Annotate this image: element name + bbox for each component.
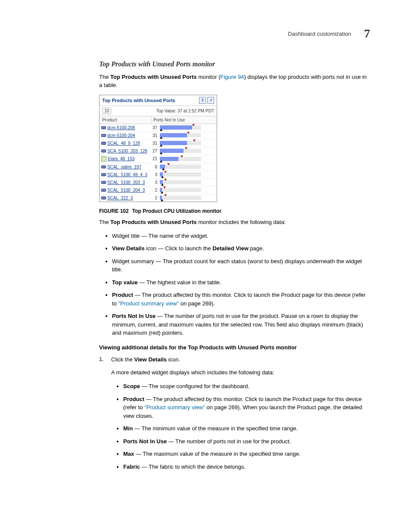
product-link[interactable]: dcm-5100-204 [107,133,135,138]
running-header: Dashboard customization 7 [288,27,370,40]
bar-cell [160,141,215,145]
top-products-widget: Top Products with Unused Ports ⇕ ↗ 10 To… [99,95,217,202]
widget-title: Top Products with Unused Ports [102,98,175,103]
list-item: Product — The product affected by this m… [123,395,370,420]
list-item: Ports Not In Use — The number of ports n… [112,312,370,337]
ports-value: 6 [149,165,157,169]
list-item: Max — The maximum value of the measure i… [123,450,370,458]
viewing-additional-details-heading: Viewing additional details for the Top P… [99,344,370,351]
header-text: Dashboard customization [288,31,351,37]
step-1-detail: A more detailed widget displays which in… [111,369,370,377]
product-link[interactable]: SCAL_5100_204_3 [107,188,145,193]
max-pointer-icon [193,140,196,142]
figure-caption: FIGURE 102Top Product CPU Utilization mo… [99,208,370,214]
ports-value: 2 [149,188,157,193]
ports-value: 3 [149,172,157,177]
product-cell: SCAL_48_9_128 [101,141,149,146]
list-item: Min — The minimum value of the measure i… [123,424,370,433]
ports-value: 31 [149,141,157,146]
view-details-icon[interactable]: ↗ [207,97,214,104]
switch-icon [101,134,106,137]
table-row[interactable]: SCAL_5100_204_32 [100,187,217,194]
figure-102: Top Products with Unused Ports ⇕ ↗ 10 To… [99,95,370,214]
col-header-product[interactable]: Product [100,116,152,124]
switch-icon [101,189,106,192]
ports-value: 21 [149,156,157,161]
product-summary-link-2[interactable]: "Product summary view" [144,404,205,411]
product-link[interactable]: SCAL_5100_203_3 [107,180,145,185]
switch-icon [101,173,106,176]
widget-collapse-icon[interactable]: ⇕ [199,97,206,104]
figure-label: FIGURE 102 [99,208,129,214]
min-pointer-icon [160,160,162,162]
list-item: Product — The product affected by this m… [112,291,370,308]
product-link[interactable]: SCAL_222_3 [107,196,133,200]
bar-cell [160,172,215,177]
table-row[interactable]: dcm-5100-20637 [100,124,217,132]
ports-value: 37 [149,125,157,130]
product-cell: SCAL_sabre_197 [101,165,149,169]
switch-icon [101,126,106,129]
bar-cell [160,165,215,169]
ports-value: 27 [149,149,157,153]
max-pointer-icon [163,187,166,189]
bar-cell [160,125,215,130]
min-pointer-icon [160,152,162,154]
max-pointer-icon [164,194,167,196]
product-cell: Elara_48_153 [101,156,149,162]
list-item: Widget summary — The product count for e… [112,257,370,274]
intro-paragraph: The Top Products with Unused Ports monit… [99,73,370,90]
table-row[interactable]: SCAL_48_9_12831 [100,140,217,147]
bar-cell [160,180,215,184]
figure-94-link[interactable]: Figure 94 [220,74,244,80]
section-title: Top Products with Unused Ports monitor [99,60,370,68]
table-row[interactable]: dcm-5100-20431 [100,132,217,140]
figure-caption-text: Top Product CPU Utilization monitor [132,208,221,214]
list-item: Ports Not In Use — The number of ports n… [123,437,370,446]
max-pointer-icon [164,171,167,173]
product-cell: SCA_5100_203_128 [101,149,149,153]
product-cell: SCAL_5100_203_3 [101,180,149,185]
table-row[interactable]: SCAL_222_32 [100,194,217,202]
monitor-data-list: Widget title — The name of the widget. V… [99,232,370,337]
steps-list: 1. Click the View Details icon. A more d… [99,356,370,476]
switch-icon [101,149,106,152]
step-1: 1. Click the View Details icon. A more d… [99,356,370,476]
product-link[interactable]: SCAL_48_9_128 [107,141,140,146]
product-cell: SCAL_222_3 [101,196,149,200]
max-pointer-icon [185,147,187,149]
min-pointer-icon [160,137,162,139]
max-pointer-icon [187,132,190,134]
bar-cell [160,149,215,153]
product-summary-link[interactable]: "Product summary view" [118,300,179,307]
widget-count-box[interactable]: 10 [102,108,111,114]
product-link[interactable]: SCA_5100_203_128 [107,149,147,153]
product-link[interactable]: Elara_48_153 [108,156,134,161]
col-header-ports[interactable]: Ports Not In Use [152,116,216,124]
product-link[interactable]: SCAL_sabre_197 [107,165,141,169]
table-row[interactable]: SCAL_sabre_1976 [100,163,217,171]
ports-value: 31 [149,133,157,138]
product-cell: dcm-5100-206 [101,125,149,130]
list-item: Fabric — The fabric to which the device … [123,463,370,471]
step-number: 1. [99,356,111,476]
table-row[interactable]: SCA_5100_203_12827 [100,147,217,155]
table-row[interactable]: Elara_48_15321 [100,155,217,163]
min-pointer-icon [161,199,163,201]
ports-value: 2 [149,196,157,200]
step-1-text: Click the View Details icon. [111,356,370,364]
product-link[interactable]: SCAL_5100_49_4_3 [107,172,147,177]
product-cell: SCAL_5100_204_3 [101,188,149,193]
max-pointer-icon [164,179,167,181]
min-pointer-icon [161,176,164,178]
table-row[interactable]: SCAL_5100_203_33 [100,179,217,187]
chapter-number: 7 [364,27,370,40]
bar-cell [160,196,215,200]
min-pointer-icon [161,191,163,193]
detailed-view-list: Scope — The scope configured for the das… [111,382,370,471]
list-item: Widget title — The name of the widget. [112,232,370,240]
term-monitor-name: Top Products with Unused Ports [110,74,197,80]
max-pointer-icon [167,163,170,165]
product-link[interactable]: dcm-5100-206 [107,125,135,130]
table-row[interactable]: SCAL_5100_49_4_33 [100,171,217,179]
